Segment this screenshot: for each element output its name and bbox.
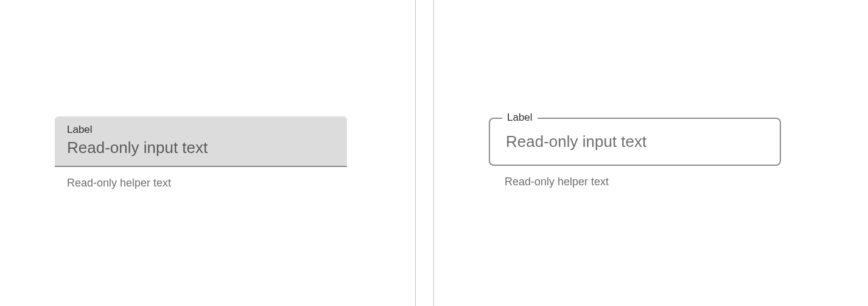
filled-field-label: Label (67, 124, 335, 136)
outlined-field-value: Read-only input text (506, 132, 764, 151)
filled-field-pane: Label Read-only input text Read-only hel… (0, 0, 416, 306)
outlined-text-field: Label Read-only input text Read-only hel… (489, 118, 781, 188)
filled-field-helper: Read-only helper text (55, 177, 347, 190)
filled-field-value: Read-only input text (67, 138, 335, 157)
outlined-field-pane: Label Read-only input text Read-only hel… (434, 0, 868, 306)
outlined-field-helper: Read-only helper text (489, 176, 781, 188)
filled-text-field: Label Read-only input text Read-only hel… (55, 116, 347, 190)
outlined-field-label: Label (502, 112, 537, 124)
pane-divider (416, 0, 434, 306)
filled-field-container: Label Read-only input text (55, 116, 347, 167)
outlined-field-container: Label Read-only input text (489, 118, 781, 166)
